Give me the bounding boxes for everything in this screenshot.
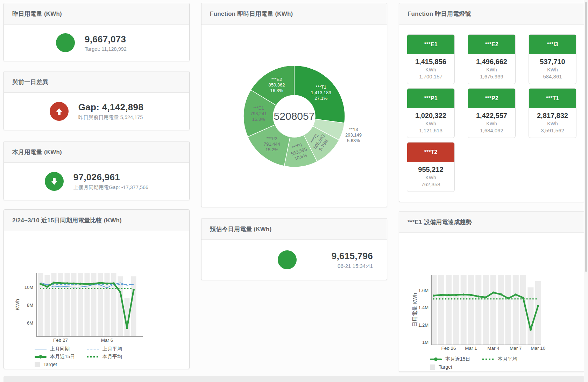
donut-chart-svg[interactable]: ***T11,413,18327.1%***I3293,1495.63%***T… bbox=[201, 25, 387, 207]
compare-chart-svg[interactable]: 6M8M10MFeb 27Mar 6KWh bbox=[4, 231, 189, 345]
legend-item[interactable]: 本月平均 bbox=[482, 356, 535, 362]
card-lamp-status: Function 昨日用電燈號 ***E11,415,856KWh1,700,1… bbox=[399, 3, 585, 202]
x-tick-label: Mar 6 bbox=[101, 338, 113, 343]
series-point[interactable] bbox=[86, 283, 88, 285]
target-bar[interactable] bbox=[85, 273, 90, 336]
card-estimate-today: 預估今日用電量 (KWh) 9,615,796 06-21 15:34:41 bbox=[201, 218, 387, 280]
legend-label: 本月近15日 bbox=[445, 356, 470, 362]
lamp-tile-value: 1,496,662 bbox=[468, 58, 515, 66]
card-title: Function 昨日用電燈號 bbox=[408, 10, 471, 18]
legend-item[interactable]: Target bbox=[35, 362, 87, 367]
legend-dash-marker-icon bbox=[87, 349, 99, 349]
series-point[interactable] bbox=[119, 291, 121, 293]
lamp-tile-P2[interactable]: ***P21,422,557KWh1,684,092 bbox=[468, 88, 516, 138]
scrollbar-thumb[interactable] bbox=[585, 2, 587, 272]
card-title: 本月用電量 (KWh) bbox=[12, 148, 62, 156]
target-bar[interactable] bbox=[527, 287, 533, 345]
series-point[interactable] bbox=[59, 282, 62, 284]
legend-item[interactable]: 本月近15日 bbox=[430, 356, 482, 362]
series-point[interactable] bbox=[470, 294, 472, 296]
series-point[interactable] bbox=[500, 293, 502, 296]
lamp-tile-E2[interactable]: ***E21,496,662KWh1,675,939 bbox=[468, 34, 516, 84]
series-point[interactable] bbox=[66, 282, 68, 284]
target-bar[interactable] bbox=[461, 275, 467, 345]
series-point[interactable] bbox=[40, 283, 42, 285]
x-tick-label: Mar 10 bbox=[531, 346, 545, 351]
series-point[interactable] bbox=[477, 296, 480, 298]
legend-item[interactable]: Target bbox=[430, 364, 482, 370]
series-point[interactable] bbox=[106, 283, 108, 285]
series-point[interactable] bbox=[79, 283, 82, 285]
trend-chart-svg[interactable]: 1M1.2M1.4M1.6MFeb 26Mar 1Mar 4Mar 7Mar 1… bbox=[399, 233, 585, 355]
legend-item[interactable]: 上月平均 bbox=[87, 346, 140, 352]
series-point[interactable] bbox=[433, 294, 435, 297]
series-point[interactable] bbox=[99, 282, 101, 284]
series-point[interactable] bbox=[537, 305, 539, 307]
target-bar[interactable] bbox=[483, 275, 489, 345]
kpi-value: 9,667,073 bbox=[85, 34, 137, 45]
target-bar[interactable] bbox=[505, 275, 511, 345]
series-point[interactable] bbox=[485, 296, 487, 298]
legend-item[interactable]: 上月同期 bbox=[35, 346, 87, 352]
target-bar[interactable] bbox=[71, 273, 77, 336]
x-tick-label: Mar 7 bbox=[510, 346, 522, 351]
lamp-tile-E1[interactable]: ***E11,415,856KWh1,700,157 bbox=[407, 34, 455, 84]
target-bar[interactable] bbox=[475, 275, 481, 345]
series-point[interactable] bbox=[113, 282, 115, 284]
lamp-tile-header: ***T2 bbox=[407, 143, 454, 162]
target-bar[interactable] bbox=[118, 276, 123, 336]
lamp-tile-I3[interactable]: ***I3537,710KWh584,861 bbox=[529, 34, 576, 84]
legend-item[interactable]: 本月近15日 bbox=[35, 354, 87, 360]
card-compare-chart: 2/24~3/10 近15日同期用電量比較 (KWh) 6M8M10MFeb 2… bbox=[3, 209, 190, 369]
target-bar[interactable] bbox=[446, 275, 452, 345]
series-point[interactable] bbox=[73, 283, 75, 285]
card-title: 昨日用電量 (KWh) bbox=[12, 10, 62, 18]
series-point[interactable] bbox=[455, 294, 457, 296]
target-bar[interactable] bbox=[513, 275, 519, 345]
series-point[interactable] bbox=[53, 282, 55, 284]
card-header: 與前一日差異 bbox=[4, 71, 189, 93]
series-point[interactable] bbox=[462, 293, 465, 296]
lamp-tile-P1[interactable]: ***P11,020,322KWh1,121,613 bbox=[407, 88, 455, 138]
lamp-tile-target: 762,358 bbox=[407, 181, 454, 187]
series-point[interactable] bbox=[515, 293, 517, 296]
y-tick-label: 8M bbox=[27, 303, 33, 308]
series-point[interactable] bbox=[530, 329, 532, 331]
series-point[interactable] bbox=[93, 283, 95, 285]
next-row-cards-peek bbox=[3, 376, 584, 382]
scrollbar-track[interactable] bbox=[584, 0, 588, 382]
card-header: Function 昨日用電燈號 bbox=[399, 3, 585, 25]
target-bar[interactable] bbox=[91, 273, 97, 336]
series-point[interactable] bbox=[126, 327, 128, 329]
target-bar[interactable] bbox=[105, 273, 110, 336]
kpi-subtitle: 昨日與前日用電量 5,524,175 bbox=[78, 114, 143, 121]
target-bar[interactable] bbox=[453, 275, 459, 345]
series-point[interactable] bbox=[492, 292, 494, 294]
card-header: ***E1 設備用電達成趨勢 bbox=[399, 211, 585, 233]
lamp-tile-T1[interactable]: ***T12,817,832KWh3,591,562 bbox=[529, 88, 576, 138]
lamp-tile-unit: KWh bbox=[468, 67, 515, 72]
legend-item[interactable]: 本月平均 bbox=[87, 354, 140, 360]
target-bar[interactable] bbox=[438, 275, 444, 345]
target-bar[interactable] bbox=[498, 275, 504, 345]
target-bar[interactable] bbox=[490, 275, 496, 345]
card-title: 預估今日用電量 (KWh) bbox=[210, 225, 271, 233]
lamp-tile-target: 1,121,613 bbox=[407, 127, 454, 133]
target-bar[interactable] bbox=[38, 273, 43, 336]
target-bar[interactable] bbox=[78, 273, 83, 336]
x-tick-label: Mar 4 bbox=[487, 346, 500, 351]
target-bar[interactable] bbox=[131, 276, 136, 336]
series-point[interactable] bbox=[448, 294, 450, 296]
target-bar[interactable] bbox=[468, 275, 474, 345]
donut-center-total: 5208057 bbox=[274, 110, 315, 122]
kpi-value: 97,026,961 bbox=[73, 172, 148, 183]
lamp-tile-T2[interactable]: ***T2955,212KWh762,358 bbox=[407, 142, 455, 192]
lamp-tile-header: ***P2 bbox=[468, 89, 515, 108]
lamp-tile-target: 584,861 bbox=[529, 74, 576, 79]
lamp-tile-unit: KWh bbox=[529, 121, 576, 126]
series-point[interactable] bbox=[133, 289, 135, 291]
card-yesterday-usage: 昨日用電量 (KWh) 9,667,073 Target: 11,128,992 bbox=[3, 3, 190, 61]
card-header: 昨日用電量 (KWh) bbox=[4, 3, 189, 25]
series-point[interactable] bbox=[46, 286, 48, 288]
series-point[interactable] bbox=[440, 294, 442, 296]
